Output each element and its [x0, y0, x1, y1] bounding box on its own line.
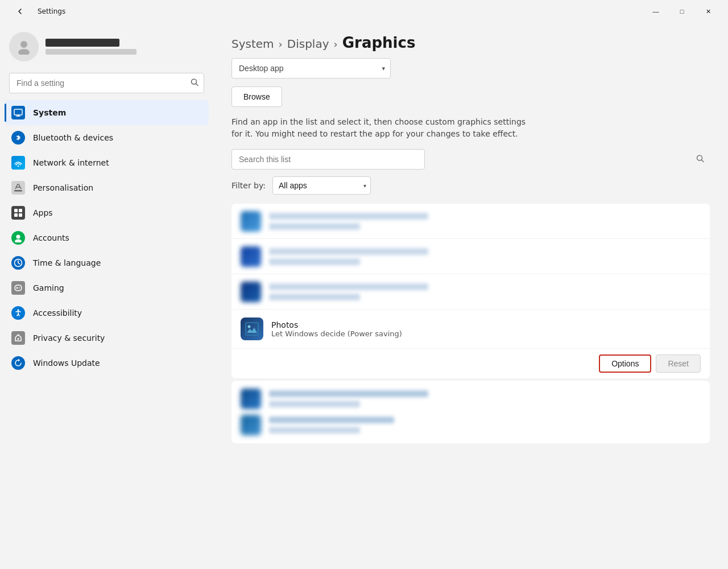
search-input[interactable] — [9, 73, 204, 93]
breadcrumb: System › Display › Graphics — [213, 23, 728, 58]
svg-point-15 — [15, 240, 22, 243]
svg-rect-4 — [14, 109, 22, 115]
window-controls: — □ ✕ — [643, 2, 721, 20]
close-button[interactable]: ✕ — [695, 2, 721, 20]
maximize-button[interactable]: □ — [669, 2, 695, 20]
svg-line-25 — [702, 160, 704, 162]
accounts-icon — [11, 231, 25, 245]
svg-line-18 — [18, 263, 20, 264]
photos-app-setting: Let Windows decide (Power saving) — [271, 329, 402, 338]
svg-point-14 — [16, 235, 20, 239]
blurred-bottom-line-b2 — [269, 427, 360, 434]
sidebar-label-gaming: Gaming — [33, 283, 64, 292]
svg-point-22 — [18, 310, 19, 311]
breadcrumb-sep1: › — [279, 38, 283, 50]
blurred-bottom-text-b — [269, 417, 701, 434]
svg-rect-11 — [19, 209, 22, 212]
sidebar-item-system[interactable]: System — [5, 100, 209, 125]
sidebar-item-personalisation[interactable]: Personalisation — [5, 175, 209, 200]
svg-rect-8 — [14, 190, 22, 192]
app-type-select[interactable]: Desktop app — [231, 58, 391, 79]
svg-point-0 — [20, 41, 27, 48]
update-icon — [11, 356, 25, 370]
photos-app-row[interactable]: Photos Let Windows decide (Power saving) — [231, 310, 710, 349]
user-info — [46, 39, 136, 55]
svg-rect-27 — [246, 323, 258, 335]
blurred-bottom-icon-b — [241, 415, 261, 435]
filter-select-wrapper: All apps Classic apps Microsoft Store ap… — [272, 176, 371, 195]
sidebar-item-gaming[interactable]: Gaming — [5, 275, 209, 300]
sidebar-item-network[interactable]: Network & internet — [5, 150, 209, 175]
sidebar-item-update[interactable]: Windows Update — [5, 351, 209, 376]
svg-rect-10 — [14, 209, 18, 212]
blurred-bottom-row-a — [241, 389, 701, 409]
svg-line-3 — [196, 84, 198, 86]
svg-point-26 — [248, 325, 251, 328]
avatar — [9, 32, 39, 61]
blurred-bottom-line-a1 — [269, 390, 428, 397]
app-list: Photos Let Windows decide (Power saving)… — [231, 204, 710, 378]
blurred-line-1a — [269, 213, 428, 220]
options-button[interactable]: Options — [599, 354, 651, 373]
minimize-button[interactable]: — — [643, 2, 669, 20]
hint-text: Find an app in the list and select it, t… — [231, 116, 539, 140]
photos-app-name: Photos — [271, 320, 402, 329]
sidebar-item-privacy[interactable]: Privacy & security — [5, 325, 209, 351]
bluetooth-icon — [11, 131, 25, 145]
gaming-icon — [11, 281, 25, 295]
sidebar-label-accessibility: Accessibility — [33, 308, 82, 318]
blurred-icon-2 — [241, 246, 261, 267]
blurred-text-1 — [269, 213, 701, 230]
breadcrumb-sep2: › — [334, 38, 338, 50]
sidebar-label-update: Windows Update — [33, 358, 100, 368]
sidebar-label-privacy: Privacy & security — [33, 333, 105, 343]
apps-icon — [11, 206, 25, 220]
sidebar-item-apps[interactable]: Apps — [5, 200, 209, 225]
app-type-select-wrapper: Desktop app ▾ — [231, 58, 391, 79]
sidebar-label-time: Time & language — [33, 258, 101, 267]
privacy-icon — [11, 331, 25, 345]
blurred-icon-1 — [241, 211, 261, 232]
personalisation-icon — [11, 181, 25, 195]
reset-button[interactable]: Reset — [656, 354, 701, 373]
list-search-input[interactable] — [231, 149, 425, 170]
blurred-text-2 — [269, 248, 701, 265]
blurred-bottom-row-b — [241, 415, 701, 435]
filter-label: Filter by: — [231, 181, 266, 190]
sidebar-item-accessibility[interactable]: Accessibility — [5, 300, 209, 325]
breadcrumb-display[interactable]: Display — [287, 37, 329, 51]
user-profile[interactable] — [5, 23, 209, 71]
sidebar-label-bluetooth: Bluetooth & devices — [33, 133, 113, 142]
search-box — [9, 73, 204, 93]
app-body: System Bluetooth & devices — [0, 23, 728, 569]
sidebar-label-system: System — [33, 108, 66, 117]
filter-select[interactable]: All apps Classic apps Microsoft Store ap… — [272, 176, 371, 195]
svg-rect-12 — [14, 213, 18, 217]
svg-point-21 — [19, 287, 20, 288]
user-email-redacted — [46, 49, 136, 55]
sidebar-label-accounts: Accounts — [33, 233, 69, 242]
blurred-line-1b — [269, 223, 360, 230]
back-button[interactable] — [7, 2, 33, 20]
sidebar: System Bluetooth & devices — [0, 23, 213, 569]
sidebar-label-network: Network & internet — [33, 158, 109, 167]
sidebar-label-apps: Apps — [33, 208, 53, 217]
breadcrumb-current: Graphics — [342, 34, 416, 51]
svg-point-7 — [18, 166, 19, 167]
blurred-line-2b — [269, 258, 360, 265]
sidebar-item-accounts[interactable]: Accounts — [5, 225, 209, 250]
main-content: System › Display › Graphics Desktop app … — [213, 23, 728, 569]
blurred-line-3a — [269, 283, 428, 290]
content-scroll: Desktop app ▾ Browse Find an app in the … — [213, 58, 728, 569]
search-icon — [191, 79, 198, 88]
browse-button[interactable]: Browse — [231, 86, 282, 107]
sidebar-item-time[interactable]: Time & language — [5, 250, 209, 275]
blurred-app-row-1 — [231, 204, 710, 239]
sidebar-item-bluetooth[interactable]: Bluetooth & devices — [5, 125, 209, 150]
photos-app-icon — [241, 318, 263, 340]
blurred-bottom-text-a — [269, 390, 701, 407]
photos-app-card: Photos Let Windows decide (Power saving)… — [231, 310, 710, 378]
sidebar-nav: System Bluetooth & devices — [5, 100, 209, 376]
breadcrumb-system[interactable]: System — [231, 37, 274, 51]
svg-point-1 — [18, 49, 30, 55]
